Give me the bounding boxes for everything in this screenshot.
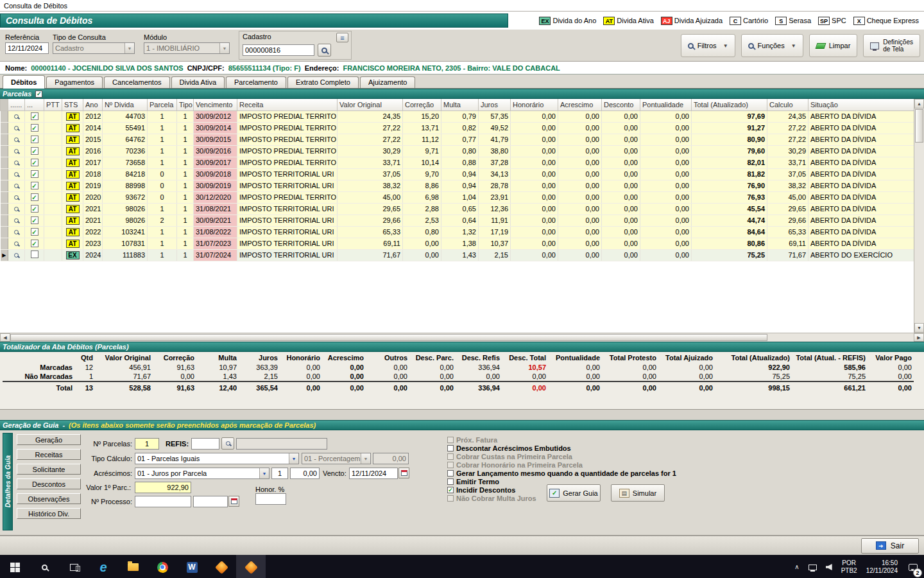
simular-button[interactable]: ▤ Simular bbox=[611, 484, 665, 502]
referencia-input[interactable] bbox=[5, 42, 49, 54]
row-check-cell[interactable]: ✓ bbox=[25, 134, 44, 145]
scrollbar-thumb[interactable] bbox=[915, 109, 923, 143]
row-check-cell[interactable]: ✓ bbox=[25, 238, 44, 249]
table-row[interactable]: ✓AT2014554911130/09/2014IMPOSTO PREDIAL … bbox=[1, 122, 914, 134]
chrome-app-button[interactable] bbox=[148, 555, 177, 578]
row-check-cell[interactable]: ✓ bbox=[25, 191, 44, 203]
modulo-select[interactable]: 1 - IMOBILIÁRIO ▼ bbox=[144, 42, 230, 54]
acrescimos-valor-input[interactable] bbox=[290, 468, 320, 479]
scrollbar-thumb[interactable] bbox=[10, 334, 767, 341]
row-search-icon[interactable] bbox=[14, 126, 19, 130]
table-row[interactable]: ✓AT2016702361130/09/2016IMPOSTO PREDIAL … bbox=[1, 145, 914, 157]
row-search-icon[interactable] bbox=[14, 230, 19, 234]
processo-calendar-button[interactable] bbox=[228, 496, 239, 507]
checkbox-gerar-lancamento-mesmo-quando-a-quantidade-de-parcelas-for-1[interactable]: Gerar Lançamento mesmo quando a quantida… bbox=[447, 470, 676, 477]
tipo-consulta-select[interactable]: Cadastro ▼ bbox=[53, 42, 135, 54]
vencto-calendar-button[interactable] bbox=[398, 468, 409, 478]
row-checkbox[interactable]: ✓ bbox=[31, 205, 38, 213]
row-search-cell[interactable] bbox=[8, 226, 25, 238]
limpar-button[interactable]: Limpar bbox=[809, 34, 858, 57]
refis-search-button[interactable] bbox=[221, 437, 234, 450]
table-row[interactable]: ✓AT2021980262130/09/2021IMPOSTO TERRITOR… bbox=[1, 215, 914, 226]
row-checkbox[interactable]: ✓ bbox=[31, 112, 38, 120]
tray-expand-button[interactable]: ∧ bbox=[790, 555, 803, 578]
row-check-cell[interactable]: ✓ bbox=[25, 145, 44, 157]
row-checkbox[interactable]: ✓ bbox=[31, 182, 38, 189]
task-view-button[interactable] bbox=[59, 555, 89, 578]
clock[interactable]: 16:50 12/11/2024 bbox=[862, 555, 902, 578]
parcelas-select-all-checkbox[interactable]: ✓ bbox=[35, 91, 42, 98]
definicoes-tela-button[interactable]: Definições de Tela bbox=[863, 34, 920, 57]
tab-cancelamentos[interactable]: Cancelamentos bbox=[104, 76, 169, 88]
row-search-icon[interactable] bbox=[14, 218, 19, 223]
table-row[interactable]: ✓AT2020936720130/12/2020IMPOSTO PREDIAL … bbox=[1, 191, 914, 203]
checkbox-cobrar-custas-na-primeira-parcela[interactable]: Cobrar Custas na Primeira Parcela bbox=[447, 453, 676, 460]
checkbox-cobrar-honorario-na-primeira-parcela[interactable]: Cobrar Honorário na Primeira Parcela bbox=[447, 462, 676, 468]
porcentagem-select[interactable]: 01 - Porcentagem ▼ bbox=[302, 453, 371, 464]
table-row[interactable]: ✓AT2012447031130/09/2012IMPOSTO PREDIAL … bbox=[1, 110, 914, 122]
valor-parc-input[interactable] bbox=[135, 482, 191, 493]
row-checkbox[interactable]: ✓ bbox=[31, 240, 38, 247]
row-search-cell[interactable] bbox=[8, 215, 25, 226]
row-check-cell[interactable]: ✓ bbox=[25, 203, 44, 215]
cadastro-list-button[interactable]: ≡ bbox=[336, 33, 348, 42]
row-checkbox[interactable]: ✓ bbox=[31, 136, 38, 143]
honor-input[interactable] bbox=[255, 493, 286, 505]
app-button-2-active[interactable] bbox=[236, 555, 266, 578]
row-search-cell[interactable] bbox=[8, 168, 25, 180]
row-check-cell[interactable]: ✓ bbox=[25, 110, 44, 122]
sidebar-button-receitas[interactable]: Receitas bbox=[17, 449, 81, 460]
row-search-cell[interactable] bbox=[8, 249, 25, 261]
cadastro-search-button[interactable] bbox=[318, 44, 331, 57]
horizontal-scrollbar[interactable]: ◀ ▶ bbox=[0, 333, 924, 342]
row-check-cell[interactable]: ✓ bbox=[25, 215, 44, 226]
row-search-icon[interactable] bbox=[14, 241, 19, 246]
scroll-up-button[interactable]: ▲ bbox=[914, 99, 924, 109]
row-search-icon[interactable] bbox=[14, 184, 19, 188]
scroll-down-button[interactable]: ▼ bbox=[914, 323, 924, 333]
table-row[interactable]: ✓AT2017736581130/09/2017IMPOSTO PREDIAL … bbox=[1, 157, 914, 168]
row-search-icon[interactable] bbox=[14, 161, 19, 165]
processo-data-input[interactable] bbox=[193, 496, 228, 507]
table-row[interactable]: ✓AT20221032411131/08/2022IMPOSTO TERRITO… bbox=[1, 226, 914, 238]
tab-pagamentos[interactable]: Pagamentos bbox=[46, 76, 103, 88]
sidebar-button-observacoes[interactable]: Observações bbox=[17, 493, 81, 504]
row-search-cell[interactable] bbox=[8, 203, 25, 215]
tab-debitos[interactable]: Débitos bbox=[3, 75, 45, 89]
row-checkbox[interactable]: ✓ bbox=[31, 216, 38, 224]
app-button-1[interactable] bbox=[207, 555, 236, 578]
sidebar-button-solicitante[interactable]: Solicitante bbox=[17, 464, 81, 475]
row-search-cell[interactable] bbox=[8, 157, 25, 168]
tab-extrato-completo[interactable]: Extrato Completo bbox=[287, 76, 359, 88]
row-checkbox[interactable]: ✓ bbox=[31, 193, 38, 201]
row-search-icon[interactable] bbox=[14, 137, 19, 142]
tab-ajuizamento[interactable]: Ajuizamento bbox=[360, 76, 416, 88]
row-search-icon[interactable] bbox=[14, 207, 19, 211]
processo-input[interactable] bbox=[135, 496, 191, 507]
row-search-cell[interactable] bbox=[8, 122, 25, 134]
checkbox-prox-fatura[interactable]: Próx. Fatura bbox=[447, 437, 676, 443]
edge-app-button[interactable]: e bbox=[89, 555, 118, 578]
row-checkbox[interactable]: ✓ bbox=[31, 228, 38, 236]
row-checkbox[interactable] bbox=[31, 250, 38, 258]
acrescimos-select[interactable]: 01 - Juros por Parcela ▼ bbox=[135, 468, 270, 479]
scroll-right-button[interactable]: ▶ bbox=[914, 333, 924, 342]
language-indicator[interactable]: POR PTB2 bbox=[837, 555, 862, 578]
table-row[interactable]: ▶EX20241118831131/07/2024IMPOSTO TERRITO… bbox=[1, 249, 914, 261]
tab-divida-ativa[interactable]: Divida Ativa bbox=[171, 76, 225, 88]
row-search-cell[interactable] bbox=[8, 238, 25, 249]
row-search-icon[interactable] bbox=[14, 253, 19, 258]
row-checkbox[interactable]: ✓ bbox=[31, 147, 38, 155]
row-check-cell[interactable]: ✓ bbox=[25, 157, 44, 168]
network-status[interactable] bbox=[804, 555, 821, 578]
row-search-cell[interactable] bbox=[8, 110, 25, 122]
checkbox-descontar-acrescimos-embutidos[interactable]: Descontar Acréscimos Embutidos bbox=[447, 445, 676, 451]
table-row[interactable]: ✓AT2015647621130/09/2015IMPOSTO PREDIAL … bbox=[1, 134, 914, 145]
porcentagem-valor-input[interactable] bbox=[373, 453, 409, 464]
vertical-scrollbar[interactable]: ▲ ▼ bbox=[914, 99, 924, 333]
vencto-input[interactable] bbox=[349, 468, 398, 479]
row-search-cell[interactable] bbox=[8, 191, 25, 203]
row-search-cell[interactable] bbox=[8, 180, 25, 191]
tipo-calculo-select[interactable]: 01 - Parcelas Iguais ▼ bbox=[135, 453, 299, 464]
sidebar-button-historico-div[interactable]: Histórico Div. bbox=[17, 508, 81, 519]
